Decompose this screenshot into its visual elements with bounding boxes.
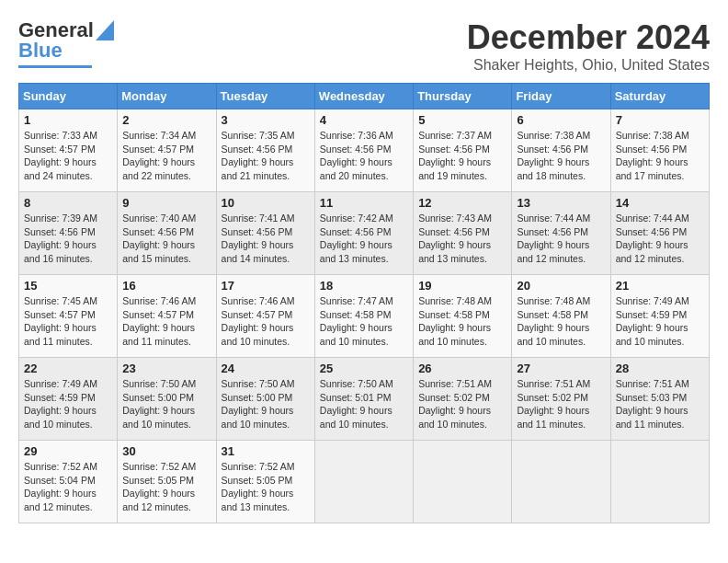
calendar-cell: 3 Sunrise: 7:35 AM Sunset: 4:56 PM Dayli… <box>216 109 314 192</box>
calendar-cell: 1 Sunrise: 7:33 AM Sunset: 4:57 PM Dayli… <box>19 109 118 192</box>
header-wednesday: Wednesday <box>314 84 413 109</box>
calendar-cell: 5 Sunrise: 7:37 AM Sunset: 4:56 PM Dayli… <box>414 109 512 192</box>
calendar-cell: 12 Sunrise: 7:43 AM Sunset: 4:56 PM Dayl… <box>414 192 512 275</box>
calendar-week-row: 8 Sunrise: 7:39 AM Sunset: 4:56 PM Dayli… <box>19 192 710 275</box>
header-friday: Friday <box>512 84 610 109</box>
day-info: Sunrise: 7:51 AM Sunset: 5:02 PM Dayligh… <box>517 377 605 431</box>
day-info: Sunrise: 7:40 AM Sunset: 4:56 PM Dayligh… <box>122 212 210 266</box>
day-info: Sunrise: 7:45 AM Sunset: 4:57 PM Dayligh… <box>24 294 112 349</box>
calendar-cell: 24 Sunrise: 7:50 AM Sunset: 5:00 PM Dayl… <box>216 358 314 441</box>
day-info: Sunrise: 7:52 AM Sunset: 5:05 PM Dayligh… <box>222 460 310 514</box>
calendar-cell: 9 Sunrise: 7:40 AM Sunset: 4:56 PM Dayli… <box>118 192 216 275</box>
day-info: Sunrise: 7:34 AM Sunset: 4:57 PM Dayligh… <box>122 129 210 183</box>
calendar-title: December 2024 <box>467 18 710 57</box>
day-number: 30 <box>122 444 210 458</box>
calendar-cell: 22 Sunrise: 7:49 AM Sunset: 4:59 PM Dayl… <box>19 358 118 441</box>
day-number: 2 <box>122 113 210 127</box>
logo-triangle-icon <box>96 20 114 40</box>
calendar-week-row: 15 Sunrise: 7:45 AM Sunset: 4:57 PM Dayl… <box>19 275 710 358</box>
day-info: Sunrise: 7:39 AM Sunset: 4:56 PM Dayligh… <box>24 212 112 266</box>
day-info: Sunrise: 7:36 AM Sunset: 4:56 PM Dayligh… <box>320 129 408 183</box>
day-number: 18 <box>320 279 408 293</box>
svg-marker-0 <box>96 20 114 40</box>
day-info: Sunrise: 7:51 AM Sunset: 5:02 PM Dayligh… <box>418 377 506 431</box>
day-info: Sunrise: 7:44 AM Sunset: 4:56 PM Dayligh… <box>616 212 704 266</box>
calendar-cell: 30 Sunrise: 7:52 AM Sunset: 5:05 PM Dayl… <box>118 441 216 523</box>
calendar-cell <box>314 441 413 523</box>
day-info: Sunrise: 7:48 AM Sunset: 4:58 PM Dayligh… <box>418 294 506 349</box>
day-info: Sunrise: 7:41 AM Sunset: 4:56 PM Dayligh… <box>222 212 310 266</box>
calendar-table: Sunday Monday Tuesday Wednesday Thursday… <box>18 83 710 523</box>
header-saturday: Saturday <box>610 84 709 109</box>
calendar-cell: 23 Sunrise: 7:50 AM Sunset: 5:00 PM Dayl… <box>118 358 216 441</box>
calendar-cell: 4 Sunrise: 7:36 AM Sunset: 4:56 PM Dayli… <box>314 109 413 192</box>
day-info: Sunrise: 7:42 AM Sunset: 4:56 PM Dayligh… <box>320 212 408 266</box>
day-number: 10 <box>222 196 310 210</box>
day-info: Sunrise: 7:52 AM Sunset: 5:04 PM Dayligh… <box>24 460 112 514</box>
day-info: Sunrise: 7:47 AM Sunset: 4:58 PM Dayligh… <box>320 294 408 349</box>
day-number: 23 <box>122 362 210 375</box>
calendar-cell <box>414 441 512 523</box>
calendar-header-row: Sunday Monday Tuesday Wednesday Thursday… <box>19 84 710 109</box>
page-header: General Blue December 2024 Shaker Height… <box>18 18 710 74</box>
day-number: 27 <box>517 362 605 375</box>
calendar-cell: 31 Sunrise: 7:52 AM Sunset: 5:05 PM Dayl… <box>216 441 314 523</box>
day-number: 7 <box>616 113 704 127</box>
day-info: Sunrise: 7:46 AM Sunset: 4:57 PM Dayligh… <box>122 294 210 349</box>
day-number: 31 <box>222 444 310 458</box>
calendar-cell: 27 Sunrise: 7:51 AM Sunset: 5:02 PM Dayl… <box>512 358 610 441</box>
calendar-cell: 18 Sunrise: 7:47 AM Sunset: 4:58 PM Dayl… <box>314 275 413 358</box>
day-number: 12 <box>418 196 506 210</box>
day-info: Sunrise: 7:46 AM Sunset: 4:57 PM Dayligh… <box>222 294 310 349</box>
header-thursday: Thursday <box>414 84 512 109</box>
day-number: 3 <box>222 113 310 127</box>
day-number: 28 <box>616 362 704 375</box>
title-block: December 2024 Shaker Heights, Ohio, Unit… <box>467 18 710 74</box>
day-info: Sunrise: 7:43 AM Sunset: 4:56 PM Dayligh… <box>418 212 506 266</box>
day-info: Sunrise: 7:44 AM Sunset: 4:56 PM Dayligh… <box>517 212 605 266</box>
calendar-cell <box>512 441 610 523</box>
calendar-cell: 28 Sunrise: 7:51 AM Sunset: 5:03 PM Dayl… <box>610 358 709 441</box>
day-info: Sunrise: 7:38 AM Sunset: 4:56 PM Dayligh… <box>517 129 605 183</box>
day-number: 20 <box>517 279 605 293</box>
calendar-cell: 19 Sunrise: 7:48 AM Sunset: 4:58 PM Dayl… <box>414 275 512 358</box>
calendar-cell: 13 Sunrise: 7:44 AM Sunset: 4:56 PM Dayl… <box>512 192 610 275</box>
day-info: Sunrise: 7:49 AM Sunset: 4:59 PM Dayligh… <box>24 377 112 431</box>
day-info: Sunrise: 7:50 AM Sunset: 5:00 PM Dayligh… <box>222 377 310 431</box>
calendar-week-row: 22 Sunrise: 7:49 AM Sunset: 4:59 PM Dayl… <box>19 358 710 441</box>
calendar-cell: 21 Sunrise: 7:49 AM Sunset: 4:59 PM Dayl… <box>610 275 709 358</box>
day-number: 15 <box>24 279 112 293</box>
day-info: Sunrise: 7:50 AM Sunset: 5:01 PM Dayligh… <box>320 377 408 431</box>
calendar-cell: 17 Sunrise: 7:46 AM Sunset: 4:57 PM Dayl… <box>216 275 314 358</box>
calendar-cell: 29 Sunrise: 7:52 AM Sunset: 5:04 PM Dayl… <box>19 441 118 523</box>
day-number: 11 <box>320 196 408 210</box>
day-number: 5 <box>418 113 506 127</box>
day-info: Sunrise: 7:48 AM Sunset: 4:58 PM Dayligh… <box>517 294 605 349</box>
day-number: 8 <box>24 196 112 210</box>
calendar-week-row: 1 Sunrise: 7:33 AM Sunset: 4:57 PM Dayli… <box>19 109 710 192</box>
header-monday: Monday <box>118 84 216 109</box>
day-number: 16 <box>122 279 210 293</box>
calendar-subtitle: Shaker Heights, Ohio, United States <box>467 57 710 74</box>
day-number: 17 <box>222 279 310 293</box>
header-tuesday: Tuesday <box>216 84 314 109</box>
calendar-cell: 10 Sunrise: 7:41 AM Sunset: 4:56 PM Dayl… <box>216 192 314 275</box>
calendar-cell: 11 Sunrise: 7:42 AM Sunset: 4:56 PM Dayl… <box>314 192 413 275</box>
day-number: 21 <box>616 279 704 293</box>
day-number: 14 <box>616 196 704 210</box>
logo-text-blue: Blue <box>18 39 63 63</box>
day-info: Sunrise: 7:49 AM Sunset: 4:59 PM Dayligh… <box>616 294 704 349</box>
day-number: 24 <box>222 362 310 375</box>
day-number: 26 <box>418 362 506 375</box>
day-info: Sunrise: 7:52 AM Sunset: 5:05 PM Dayligh… <box>122 460 210 514</box>
day-number: 25 <box>320 362 408 375</box>
day-number: 1 <box>24 113 112 127</box>
day-info: Sunrise: 7:33 AM Sunset: 4:57 PM Dayligh… <box>24 129 112 183</box>
day-number: 4 <box>320 113 408 127</box>
calendar-cell: 14 Sunrise: 7:44 AM Sunset: 4:56 PM Dayl… <box>610 192 709 275</box>
day-number: 22 <box>24 362 112 375</box>
day-number: 9 <box>122 196 210 210</box>
calendar-cell <box>610 441 709 523</box>
logo-underline <box>18 65 92 68</box>
calendar-cell: 6 Sunrise: 7:38 AM Sunset: 4:56 PM Dayli… <box>512 109 610 192</box>
